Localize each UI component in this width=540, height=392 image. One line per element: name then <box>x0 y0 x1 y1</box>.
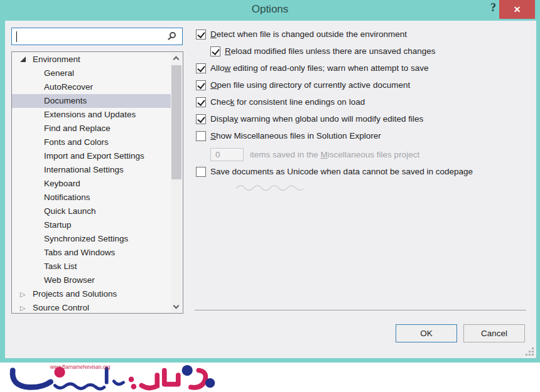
close-button[interactable]: ✕ <box>499 0 535 19</box>
label-mnemonic: M <box>321 150 328 159</box>
sidebar-item-label: Projects and Solutions <box>33 287 117 301</box>
checkbox-unchecked[interactable] <box>196 131 206 141</box>
chevron-down-icon <box>173 303 180 309</box>
option-row: Allow editing of read-only files; warn w… <box>196 63 531 75</box>
option-label[interactable]: Save documents as Unicode when data cann… <box>210 166 473 177</box>
tree-collapsed-icon[interactable]: ▷ <box>20 305 25 311</box>
sidebar-item-label: Source Control <box>33 301 89 314</box>
logo-red-dot-small-2 <box>131 384 137 389</box>
sidebar-item-fonts-and-colors[interactable]: Fonts and Colors <box>12 135 171 149</box>
logo-red-dot-small-1 <box>129 377 134 383</box>
label-mnemonic: w <box>225 63 231 73</box>
option-label[interactable]: Display warning when global undo will mo… <box>210 114 423 125</box>
sidebar-item-label: Fonts and Colors <box>44 135 109 149</box>
sidebar-item-label: Keyboard <box>44 177 80 191</box>
sidebar-item-extensions-and-updates[interactable]: Extensions and Updates <box>12 108 171 122</box>
sidebar-item-label: Startup <box>44 218 72 232</box>
checkbox-checked[interactable] <box>196 29 206 40</box>
sidebar-item-source-control[interactable]: ▷Source Control <box>12 301 171 314</box>
sidebar-item-environment[interactable]: Environment <box>12 53 171 66</box>
option-label[interactable]: Detect when file is changed outside the … <box>210 29 407 40</box>
sidebar-item-startup[interactable]: Startup <box>12 218 171 232</box>
sidebar-item-find-and-replace[interactable]: Find and Replace <box>12 122 171 135</box>
sidebar-item-import-and-export-settings[interactable]: Import and Export Settings <box>12 149 171 163</box>
misc-files-count-input[interactable]: 0 <box>210 148 244 161</box>
label-post: editing of read-only files; warn when at… <box>230 63 428 73</box>
option-label[interactable]: Open file using directory of currently a… <box>210 80 410 91</box>
sidebar-item-keyboard[interactable]: Keyboard <box>12 177 171 191</box>
sidebar-item-label: Import and Export Settings <box>44 149 144 163</box>
watermark-artifact <box>235 183 310 191</box>
option-label[interactable]: Allow editing of read-only files; warn w… <box>210 63 428 74</box>
scrollbar-thumb[interactable] <box>171 65 181 179</box>
options-dialog: Options ? ✕ EnvironmentGeneralAutoRecove… <box>0 0 540 363</box>
resize-grip[interactable] <box>525 347 535 357</box>
tree-collapsed-icon[interactable]: ▷ <box>20 291 25 297</box>
titlebar[interactable]: Options ? ✕ <box>0 0 540 21</box>
option-row: Check for consistent line endings on loa… <box>196 97 531 109</box>
sidebar-item-quick-launch[interactable]: Quick Launch <box>12 204 171 218</box>
label-post: iscellaneous files project <box>328 150 419 159</box>
document-options: Detect when file is changed outside the … <box>196 29 531 183</box>
logo-crimson-noon <box>165 371 178 384</box>
chevron-up-icon <box>173 56 180 63</box>
search-input[interactable] <box>11 28 183 45</box>
sidebar-item-documents[interactable]: Documents <box>12 94 171 108</box>
option-row: Display warning when global undo will mo… <box>196 114 531 125</box>
sidebar-item-general[interactable]: General <box>12 66 171 80</box>
option-row: Reload modified files unless there are u… <box>210 46 531 58</box>
checkbox-checked[interactable] <box>196 114 206 124</box>
option-label[interactable]: Check for consistent line endings on loa… <box>210 97 365 108</box>
sidebar-item-notifications[interactable]: Notifications <box>12 191 171 204</box>
label-pre: Allo <box>210 63 225 73</box>
sidebar-item-synchronized-settings[interactable]: Synchronized Settings <box>12 232 171 246</box>
option-label[interactable]: Reload modified files unless there are u… <box>225 46 435 57</box>
logo-crimson-meem <box>191 371 206 388</box>
label-mnemonic: O <box>210 80 217 90</box>
checkbox-checked[interactable] <box>196 97 206 107</box>
label-mnemonic: R <box>225 46 231 56</box>
checkbox-unchecked[interactable] <box>196 167 206 177</box>
barnamenevisan-logo: www.BarnameNevisan.org <box>4 363 217 392</box>
sidebar-item-projects-and-solutions[interactable]: ▷Projects and Solutions <box>12 287 171 301</box>
label-post: eload modified files unless there are un… <box>231 46 436 56</box>
label-pre: Displa <box>210 114 234 124</box>
sidebar-item-label: International Settings <box>44 163 124 177</box>
option-row: Open file using directory of currently a… <box>196 80 531 92</box>
tree-expanded-icon[interactable] <box>20 56 26 62</box>
label-pre: items saved in the <box>250 150 321 159</box>
sidebar-item-autorecover[interactable]: AutoRecover <box>12 80 171 94</box>
sidebar-item-label: General <box>44 66 74 80</box>
sidebar-item-web-browser[interactable]: Web Browser <box>12 273 171 287</box>
label-pre: Chec <box>210 97 230 107</box>
logo-navy-dot-2 <box>205 378 215 388</box>
help-icon[interactable]: ? <box>490 1 496 14</box>
checkbox-checked[interactable] <box>210 46 220 56</box>
option-label[interactable]: Show Miscellaneous files in Solution Exp… <box>210 130 381 142</box>
label-post: for consistent line endings on load <box>234 97 365 107</box>
logo-navy-dot-1 <box>182 365 193 376</box>
search-icon[interactable] <box>167 32 177 42</box>
sidebar-item-label: Environment <box>33 53 80 66</box>
misc-files-count-row: 0items saved in the Miscellaneous files … <box>210 147 531 161</box>
tree-scrollbar[interactable] <box>171 53 182 312</box>
sidebar-item-task-list[interactable]: Task List <box>12 260 171 273</box>
ok-button[interactable]: OK <box>396 324 457 342</box>
logo-blue-squiggle <box>55 384 104 389</box>
page: Options ? ✕ EnvironmentGeneralAutoRecove… <box>0 0 540 392</box>
scroll-down-button[interactable] <box>171 302 182 312</box>
sidebar-item-international-settings[interactable]: International Settings <box>12 163 171 177</box>
text-caret <box>16 31 17 42</box>
logo-blue-arc <box>13 371 51 388</box>
misc-files-count-label: items saved in the Miscellaneous files p… <box>250 150 419 159</box>
tree-rows: EnvironmentGeneralAutoRecoverDocumentsEx… <box>12 53 171 314</box>
checkbox-checked[interactable] <box>196 80 206 90</box>
label-post: etect when file is changed outside the e… <box>217 29 407 39</box>
checkbox-checked[interactable] <box>196 63 206 73</box>
brand-url: www.BarnameNevisan.org <box>50 364 111 370</box>
scroll-up-button[interactable] <box>171 53 182 63</box>
search-icon-handle <box>168 36 172 40</box>
sidebar-item-tabs-and-windows[interactable]: Tabs and Windows <box>12 246 171 260</box>
sidebar-item-label: AutoRecover <box>44 80 93 94</box>
cancel-button[interactable]: Cancel <box>463 324 525 342</box>
